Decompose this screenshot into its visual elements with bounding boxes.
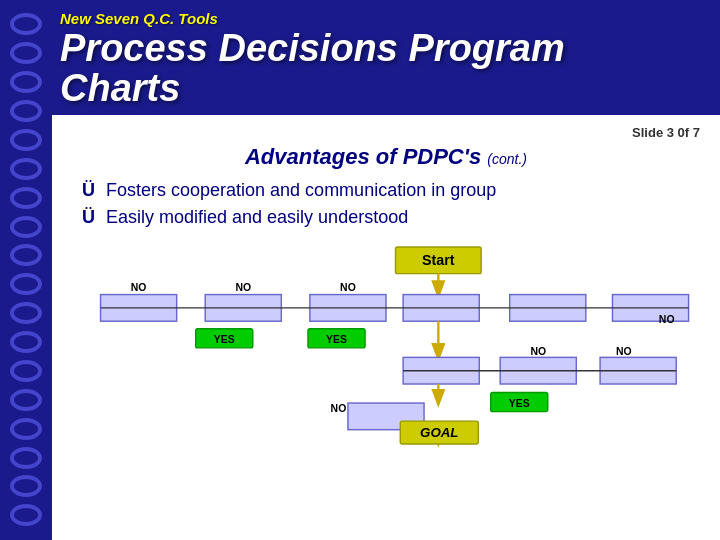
spiral-ring: [10, 100, 42, 122]
diagram-svg: Start NO NO: [72, 240, 700, 450]
title-line2: Charts: [60, 67, 180, 109]
page-title: Process Decisions Program Charts: [60, 29, 704, 109]
bullet-list: Fosters cooperation and communication in…: [72, 180, 700, 228]
advantages-cont: (cont.): [487, 151, 527, 167]
title-line1: Process Decisions Program: [60, 27, 565, 69]
spiral-ring: [10, 42, 42, 64]
spiral-ring: [10, 331, 42, 353]
spiral-ring: [10, 504, 42, 526]
spiral-ring: [10, 187, 42, 209]
svg-text:NO: NO: [131, 282, 147, 293]
slide-number: Slide 3 0f 7: [72, 125, 700, 140]
advantages-title: Advantages of PDPC's (cont.): [72, 144, 700, 170]
svg-text:NO: NO: [659, 314, 675, 325]
header: New Seven Q.C. Tools Process Decisions P…: [52, 0, 720, 115]
start-label: Start: [422, 252, 455, 268]
svg-text:YES: YES: [326, 334, 347, 345]
main-content: New Seven Q.C. Tools Process Decisions P…: [52, 0, 720, 540]
content-panel: Slide 3 0f 7 Advantages of PDPC's (cont.…: [52, 115, 720, 540]
spiral-ring: [10, 71, 42, 93]
svg-text:NO: NO: [340, 282, 356, 293]
spiral-ring: [10, 13, 42, 35]
spiral-ring: [10, 129, 42, 151]
svg-text:NO: NO: [616, 345, 632, 356]
bullet-item-1: Fosters cooperation and communication in…: [82, 180, 700, 201]
advantages-title-text: Advantages of PDPC's: [245, 144, 481, 169]
spiral-ring: [10, 418, 42, 440]
subtitle: New Seven Q.C. Tools: [60, 10, 704, 27]
spiral-ring: [10, 360, 42, 382]
bullet-item-2: Easily modified and easily understood: [82, 207, 700, 228]
spiral-ring: [10, 447, 42, 469]
spiral-ring: [10, 389, 42, 411]
spiral-ring: [10, 273, 42, 295]
spiral-ring: [10, 216, 42, 238]
svg-text:NO: NO: [530, 345, 546, 356]
svg-text:YES: YES: [509, 398, 530, 409]
spiral-binding: [0, 0, 52, 540]
spiral-ring: [10, 475, 42, 497]
pdpc-diagram: Start NO NO: [72, 240, 700, 450]
svg-text:NO: NO: [331, 402, 347, 413]
svg-text:GOAL: GOAL: [420, 425, 458, 440]
spiral-ring: [10, 244, 42, 266]
svg-text:YES: YES: [214, 334, 235, 345]
spiral-ring: [10, 302, 42, 324]
spiral-ring: [10, 158, 42, 180]
svg-text:NO: NO: [235, 282, 251, 293]
